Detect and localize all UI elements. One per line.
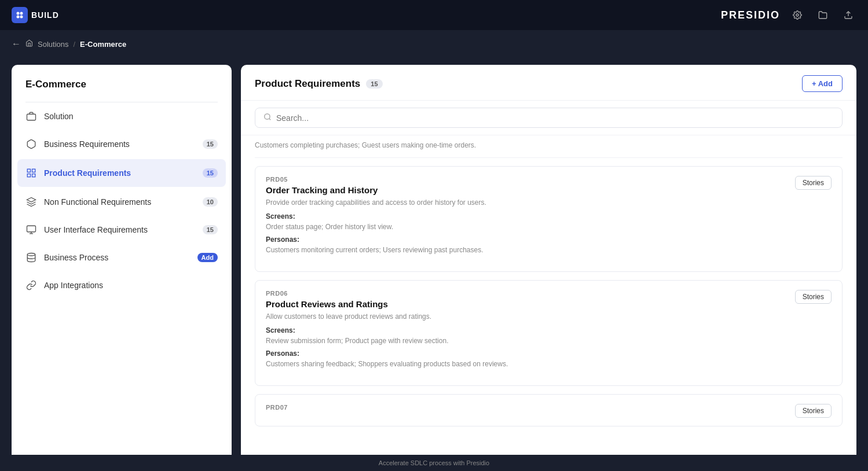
- sidebar-item-business-req-label: Business Requirements: [44, 139, 196, 149]
- req-card-prd07: PRD07 Stories: [255, 394, 843, 426]
- stories-button-prd05[interactable]: Stories: [795, 176, 832, 190]
- svg-line-17: [269, 119, 271, 120]
- product-req-icon: [25, 167, 37, 179]
- req-personas-value-prd05: Customers monitoring current orders; Use…: [266, 245, 486, 255]
- sidebar-badge-ui-req: 15: [203, 225, 218, 234]
- req-id-prd05: PRD05: [266, 176, 486, 183]
- svg-rect-7: [27, 169, 30, 172]
- stories-button-prd07[interactable]: Stories: [795, 404, 832, 418]
- breadcrumb: ← Solutions / E-Commerce: [0, 30, 868, 58]
- req-id-prd07: PRD07: [266, 404, 288, 411]
- req-id-prd06: PRD06: [266, 290, 508, 297]
- req-screens-label-prd06: Screens:: [266, 326, 508, 334]
- sidebar-badge-business-req: 15: [203, 139, 218, 149]
- breadcrumb-separator: /: [73, 40, 75, 49]
- sidebar-badge-business-process[interactable]: Add: [197, 253, 218, 262]
- navbar-left: BUILD: [12, 7, 59, 23]
- sidebar-item-non-functional-label: Non Functional Requirements: [44, 197, 196, 207]
- logo-svg: [15, 10, 24, 20]
- home-icon: [25, 39, 33, 49]
- content-title-row: Product Requirements 15: [255, 78, 383, 90]
- gear-icon[interactable]: [789, 7, 805, 23]
- non-functional-icon: [25, 196, 37, 208]
- top-partial-item: Customers completing purchases; Guest us…: [255, 135, 843, 158]
- svg-point-15: [27, 253, 35, 256]
- sidebar-item-solution-label: Solution: [44, 112, 218, 121]
- app-integrations-icon: [25, 279, 37, 291]
- req-card-prd05-header: PRD05 Order Tracking and History Provide…: [266, 176, 832, 259]
- sidebar-item-product-req-label: Product Requirements: [44, 168, 196, 178]
- req-personas-value-prd06: Customers sharing feedback; Shoppers eva…: [266, 359, 508, 369]
- search-input[interactable]: [276, 113, 834, 123]
- sidebar-item-ui-req-label: User Interface Requirements: [44, 225, 196, 234]
- svg-rect-6: [27, 114, 36, 120]
- search-icon: [263, 113, 272, 123]
- svg-rect-9: [32, 174, 35, 177]
- upload-icon[interactable]: [840, 7, 856, 23]
- sidebar-item-business-process-label: Business Process: [44, 253, 191, 262]
- req-card-prd06: PRD06 Product Reviews and Ratings Allow …: [255, 280, 843, 386]
- req-desc-prd06: Allow customers to leave product reviews…: [266, 311, 508, 322]
- folder-icon[interactable]: [815, 7, 831, 23]
- svg-point-0: [17, 12, 20, 15]
- content-header: Product Requirements 15 + Add: [241, 65, 856, 101]
- svg-point-4: [796, 14, 799, 16]
- svg-rect-10: [27, 174, 30, 177]
- sidebar-item-business-process[interactable]: Business Process Add: [12, 244, 232, 271]
- req-card-prd06-meta: PRD06 Product Reviews and Ratings Allow …: [266, 290, 508, 373]
- main-content: E-Commerce Solution Business Requirement…: [0, 58, 868, 471]
- svg-point-1: [20, 12, 23, 15]
- add-button[interactable]: + Add: [802, 75, 843, 92]
- req-screens-label-prd05: Screens:: [266, 212, 486, 220]
- req-card-prd07-header: PRD07 Stories: [266, 404, 832, 418]
- req-personas-label-prd05: Personas:: [266, 236, 486, 244]
- req-personas-label-prd06: Personas:: [266, 349, 508, 358]
- req-screens-value-prd06: Review submission form; Product page wit…: [266, 336, 508, 346]
- svg-rect-8: [32, 169, 35, 172]
- svg-point-16: [265, 114, 270, 119]
- req-card-prd05-meta: PRD05 Order Tracking and History Provide…: [266, 176, 486, 259]
- sidebar-panel: E-Commerce Solution Business Requirement…: [12, 65, 232, 464]
- breadcrumb-solutions[interactable]: Solutions: [38, 40, 68, 49]
- sidebar-badge-non-functional: 10: [203, 197, 218, 207]
- ui-req-icon: [25, 224, 37, 236]
- req-title-prd06: Product Reviews and Ratings: [266, 299, 508, 309]
- content-count-badge: 15: [366, 79, 382, 89]
- sidebar-item-non-functional[interactable]: Non Functional Requirements 10: [12, 188, 232, 216]
- req-card-prd05: PRD05 Order Tracking and History Provide…: [255, 166, 843, 272]
- req-desc-prd05: Provide order tracking capabilities and …: [266, 197, 486, 208]
- top-partial-text: Customers completing purchases; Guest us…: [255, 141, 843, 149]
- back-button[interactable]: ←: [12, 39, 21, 49]
- content-panel: Product Requirements 15 + Add Custo: [241, 65, 856, 464]
- svg-point-2: [17, 16, 20, 19]
- req-screens-value-prd05: Order status page; Order history list vi…: [266, 222, 486, 232]
- content-list: Customers completing purchases; Guest us…: [241, 135, 856, 464]
- content-title: Product Requirements: [255, 78, 360, 90]
- sidebar-item-solution[interactable]: Solution: [12, 102, 232, 130]
- presidio-logo: PRESIDIO: [721, 9, 780, 21]
- navbar: BUILD PRESIDIO: [0, 0, 868, 30]
- stories-button-prd06[interactable]: Stories: [795, 290, 832, 304]
- sidebar-item-product-requirements[interactable]: Product Requirements 15: [17, 159, 226, 187]
- solution-icon: [25, 111, 37, 122]
- status-bar-text: Accelerate SDLC process with Presidio: [379, 459, 489, 466]
- business-process-icon: [25, 252, 37, 263]
- search-box: [255, 108, 843, 128]
- business-req-icon: [25, 138, 37, 150]
- sidebar-item-app-integrations[interactable]: App Integrations: [12, 271, 232, 299]
- sidebar-item-business-requirements[interactable]: Business Requirements 15: [12, 130, 232, 158]
- svg-rect-12: [27, 226, 36, 232]
- search-container: [241, 101, 856, 135]
- req-card-prd06-header: PRD06 Product Reviews and Ratings Allow …: [266, 290, 832, 373]
- sidebar-item-app-integrations-label: App Integrations: [44, 281, 218, 290]
- logo-icon: [12, 7, 28, 23]
- req-card-prd07-meta: PRD07: [266, 404, 288, 413]
- svg-point-3: [20, 16, 23, 19]
- svg-marker-11: [27, 198, 36, 203]
- navbar-right: PRESIDIO: [721, 7, 856, 23]
- breadcrumb-current: E-Commerce: [80, 40, 126, 49]
- sidebar-badge-product-req: 15: [203, 168, 218, 178]
- sidebar-title: E-Commerce: [12, 79, 232, 102]
- sidebar-item-ui-requirements[interactable]: User Interface Requirements 15: [12, 216, 232, 244]
- req-title-prd05: Order Tracking and History: [266, 185, 486, 195]
